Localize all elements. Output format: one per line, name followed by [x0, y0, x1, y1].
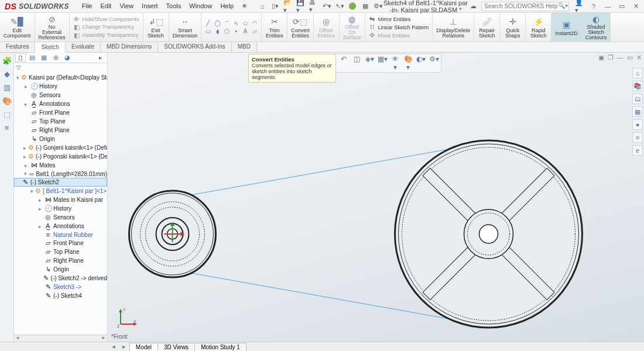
rectangle-tool-icon[interactable]: ▭	[204, 28, 212, 35]
tree-belt-part[interactable]: ▾⚙[ Belt1-1^Kaisni par ]<1> -> (	[14, 187, 107, 195]
tab-features[interactable]: Features	[0, 42, 35, 52]
exit-sketch-button[interactable]: ↲⬚ Exit Sketch	[143, 13, 169, 42]
custom-icon[interactable]: ≡	[5, 123, 9, 132]
tree-annotations[interactable]: ▸A̲Annotations	[14, 99, 107, 108]
tree-sketch3[interactable]: ✎Sketch3 ->	[14, 283, 107, 291]
menu-tools[interactable]: Tools	[166, 2, 181, 10]
edit-component-button[interactable]: ✎▉ Edit Component	[0, 13, 35, 42]
tree-sensors[interactable]: ◎Sensors	[14, 91, 107, 99]
smart-dimension-button[interactable]: ↔ Smart Dimension	[169, 13, 202, 42]
tree-top-plane[interactable]: ▱Top Plane	[14, 117, 107, 126]
tree-annotations-2[interactable]: ▸A̲Annotations	[14, 222, 107, 230]
rapid-sketch-button[interactable]: ⚡ Rapid Sketch	[526, 13, 551, 42]
graphics-viewport[interactable]: ⤢ ⬚ ↶ ◫ ◈▾ ▦▾ 👁▾ 🎨▾ ◐▾ ⚙▾ ▣ ❐ — ▭ ✕ Conv…	[108, 53, 644, 342]
polygon-tool-icon[interactable]: ⬠	[222, 28, 231, 35]
btab-motion[interactable]: Motion Study 1	[194, 343, 246, 351]
tree-front-2[interactable]: ▱Front Plane	[14, 239, 107, 247]
tab-mbd-dimensions[interactable]: MBD Dimensions	[101, 42, 158, 52]
btab-model[interactable]: Model	[129, 343, 158, 351]
assembly-icon[interactable]: 🧩	[2, 56, 12, 65]
tree-mates[interactable]: ▸⋈Mates	[14, 161, 107, 170]
change-transparency-button[interactable]: ◧Change Transparency	[73, 23, 135, 31]
close-icon[interactable]: ✕	[631, 2, 640, 11]
tree-part-gonjeni[interactable]: ▸⚙(-) Gonjeni kaisnik<1> (Default<<	[14, 143, 107, 152]
help-icon[interactable]: ?	[589, 2, 598, 11]
slot-tool-icon[interactable]: ◖	[213, 28, 221, 35]
tab-evaluate[interactable]: Evaluate	[66, 42, 101, 52]
fillet-tool-icon[interactable]: ◠	[251, 20, 259, 27]
tree-mates-in[interactable]: ▸⋈Mates in Kaisni par	[14, 195, 107, 204]
circle-tool-icon[interactable]: ◯	[213, 20, 221, 27]
tree-right-plane[interactable]: ▱Right Plane	[14, 126, 107, 135]
mirror-entities-button[interactable]: ⇋Mirror Entities	[369, 15, 411, 23]
tree-scrollbar[interactable]	[14, 335, 107, 342]
undo-icon[interactable]: ↶▾	[322, 2, 331, 11]
menu-window[interactable]: Window	[189, 2, 212, 10]
dimxpert-icon[interactable]: ◆	[4, 70, 10, 78]
tab-addins[interactable]: SOLIDWORKS Add-Ins	[158, 42, 231, 52]
tree-sketch4[interactable]: ✎(-) Sketch4	[14, 291, 107, 300]
maximize-icon[interactable]: ▭	[617, 2, 626, 11]
user-icon[interactable]: 👤▾	[575, 2, 584, 11]
tab-mbd[interactable]: MBD	[232, 42, 257, 52]
settings-icon[interactable]: ⚙▾	[374, 2, 383, 11]
spline-tool-icon[interactable]: ∿	[232, 20, 240, 27]
home-icon[interactable]: ⌂	[258, 2, 267, 11]
fm-tab-prop[interactable]: ▦	[39, 53, 49, 62]
tree-history[interactable]: ▸🕘History	[14, 82, 107, 91]
tree-part-pogonski[interactable]: ▸⚙(-) Pogonski kaisnik<1> (Default<	[14, 152, 107, 161]
text-tool-icon[interactable]: A	[241, 28, 249, 35]
new-doc-icon[interactable]: ▯▾	[270, 2, 280, 11]
fm-tab-appearance[interactable]: ◕	[62, 53, 73, 62]
tree-sketch2[interactable]: ✎(-) Sketch2	[14, 178, 107, 187]
tree-root[interactable]: ▾⚙Kaisni par (Default<Display State-1>)	[14, 73, 107, 82]
tree-front-plane[interactable]: ▱Front Plane	[14, 108, 107, 117]
search-icon[interactable]: 🔍▾	[558, 2, 568, 9]
tree-belt1[interactable]: ▾∞Belt1 (Length=2828.01mm)	[14, 170, 107, 178]
linear-pattern-button[interactable]: ⁝⁝Linear Sketch Pattern	[369, 23, 429, 31]
fm-filter[interactable]: ▽	[14, 63, 107, 72]
sketch-entities-group[interactable]: ╱◯⌒∿⬭◠ ▭◖⬠•A▱	[201, 13, 262, 42]
shaded-contours-button[interactable]: ◐ Shaded Sketch Contours	[582, 13, 611, 42]
no-external-refs-button[interactable]: ⊘ No External References	[35, 13, 70, 42]
decals-icon[interactable]: ⬚	[4, 110, 11, 119]
quick-snaps-button[interactable]: ✛ Quick Snaps	[500, 13, 526, 42]
tree-right-2[interactable]: ▱Right Plane	[14, 256, 107, 265]
cloud-icon[interactable]: ☁	[468, 2, 478, 11]
hide-show-components-button[interactable]: 👁Hide/Show Components	[73, 16, 139, 23]
trim-entities-button[interactable]: ✂ Trim Entities	[262, 13, 287, 42]
fm-tab-config[interactable]: ▤	[27, 53, 37, 62]
options-icon[interactable]: ▦	[361, 2, 370, 11]
display-delete-relations-button[interactable]: ⊥ Display/Delete Relations	[433, 13, 474, 42]
menu-file[interactable]: File	[82, 2, 93, 10]
menu-insert[interactable]: Insert	[142, 2, 158, 10]
menu-view[interactable]: View	[119, 2, 133, 10]
fm-tab-tree[interactable]: 🗋	[15, 53, 26, 62]
tree-history-2[interactable]: ▸🕘History	[14, 204, 107, 213]
tree-material[interactable]: ≡Natural Rubber	[14, 230, 107, 239]
arc-tool-icon[interactable]: ⌒	[222, 20, 231, 27]
point-tool-icon[interactable]: •	[232, 28, 240, 35]
minimize-icon[interactable]: —	[603, 2, 612, 11]
menu-search-icon[interactable]: ✳	[242, 2, 247, 10]
display-icon[interactable]: ▥	[4, 83, 11, 92]
rebuild-icon[interactable]: 🟢	[348, 2, 357, 11]
menu-help[interactable]: Help	[220, 2, 234, 10]
open-icon[interactable]: 📂▾	[283, 2, 293, 11]
tree-origin[interactable]: ↳Origin	[14, 135, 107, 143]
btab-next[interactable]: ►	[119, 343, 129, 350]
tree-sensors-2[interactable]: ◎Sensors	[14, 213, 107, 222]
move-entities-button[interactable]: ✥Move Entities	[369, 32, 410, 39]
ellipse-tool-icon[interactable]: ⬭	[241, 20, 249, 27]
instant2d-button[interactable]: ▣ Instant2D	[551, 13, 582, 42]
convert-entities-button[interactable]: ⟳⬚ Convert Entities	[287, 13, 314, 42]
help-search-input[interactable]	[481, 2, 569, 11]
fm-panel-toggle[interactable]: ▸	[95, 53, 106, 62]
assembly-transparency-button[interactable]: ◧Assembly Transparency	[73, 32, 139, 39]
tab-sketch[interactable]: Sketch	[35, 43, 66, 53]
appearance-icon[interactable]: 🎨	[2, 97, 12, 105]
tree-sketch2-derived[interactable]: ✎(-) Sketch2 -> derived	[14, 274, 107, 283]
tree-origin-2[interactable]: ↳Origin	[14, 265, 107, 274]
fm-tab-display[interactable]: ⊕	[50, 53, 61, 62]
offset-on-surface-button[interactable]: ◍ Offset On Surface	[340, 13, 365, 42]
